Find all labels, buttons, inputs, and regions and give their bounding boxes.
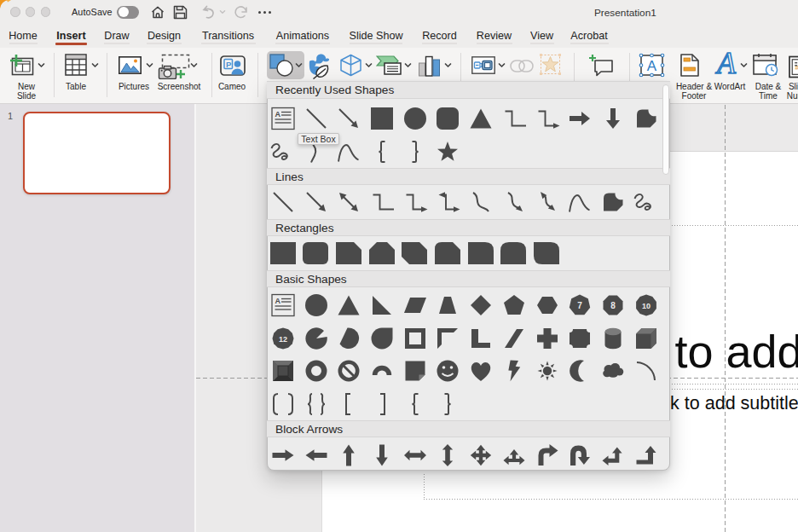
svg-text:P: P — [226, 60, 232, 69]
svg-text:8: 8 — [610, 301, 616, 310]
svg-text:10: 10 — [642, 302, 651, 310]
svg-text:12: 12 — [279, 334, 287, 343]
svg-text:A: A — [647, 58, 657, 74]
svg-text:A: A — [275, 109, 281, 118]
svg-text:7: 7 — [577, 301, 582, 310]
svg-text:A: A — [275, 297, 281, 305]
